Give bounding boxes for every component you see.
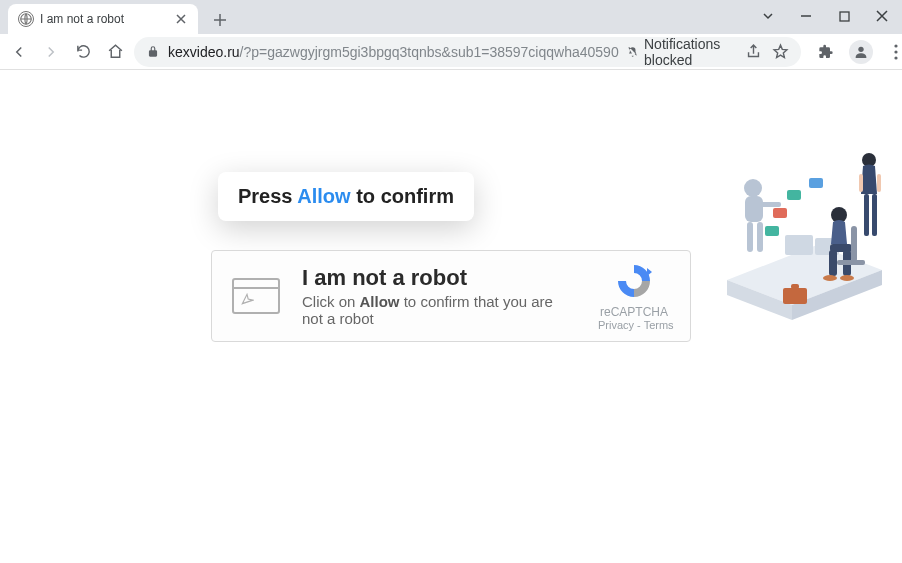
press-allow-prefix: Press	[238, 185, 297, 207]
minimize-button[interactable]	[794, 4, 818, 28]
svg-rect-33	[877, 174, 881, 192]
svg-point-25	[823, 275, 837, 281]
maximize-button[interactable]	[832, 4, 856, 28]
svg-rect-17	[745, 196, 763, 222]
recaptcha-badge: reCAPTCHA Privacy - Terms	[598, 261, 670, 331]
browser-tab[interactable]: I am not a robot	[8, 4, 198, 34]
page-content: Press Allow to confirm I am not a robot …	[0, 70, 902, 563]
profile-avatar-button[interactable]	[849, 40, 873, 64]
press-allow-tooltip: Press Allow to confirm	[218, 172, 474, 221]
reload-button[interactable]	[72, 41, 94, 63]
svg-rect-14	[773, 208, 787, 218]
new-tab-button[interactable]	[206, 6, 234, 34]
svg-point-5	[894, 56, 897, 59]
svg-rect-12	[787, 190, 801, 200]
svg-point-2	[858, 46, 863, 51]
fake-captcha-card[interactable]: I am not a robot Click on Allow to confi…	[211, 250, 691, 342]
notifications-blocked-label: Notifications blocked	[644, 36, 735, 68]
tab-title: I am not a robot	[40, 12, 168, 26]
browser-window-icon	[232, 278, 280, 314]
url-path: /?p=gazwgyjrgm5gi3bpgq3tqnbs&sub1=38597c…	[240, 44, 619, 60]
press-allow-highlight: Allow	[297, 185, 350, 207]
recaptcha-label: reCAPTCHA	[598, 305, 670, 319]
lock-icon	[146, 45, 160, 59]
svg-rect-27	[851, 226, 857, 262]
home-button[interactable]	[104, 41, 126, 63]
svg-rect-19	[747, 222, 753, 252]
svg-rect-34	[783, 288, 807, 304]
menu-kebab-icon[interactable]	[885, 41, 902, 63]
office-illustration	[717, 130, 892, 330]
svg-rect-31	[872, 194, 877, 236]
globe-icon	[18, 11, 34, 27]
recaptcha-logo-icon	[614, 261, 654, 301]
svg-rect-15	[765, 226, 779, 236]
address-bar[interactable]: kexvideo.ru/?p=gazwgyjrgm5gi3bpgq3tqnbs&…	[134, 37, 801, 67]
svg-rect-18	[761, 202, 781, 207]
bookmark-star-icon[interactable]	[772, 41, 789, 63]
window-controls	[756, 2, 894, 30]
window-titlebar: I am not a robot	[0, 0, 902, 34]
close-window-button[interactable]	[870, 4, 894, 28]
svg-rect-23	[829, 250, 837, 276]
press-allow-suffix: to confirm	[351, 185, 454, 207]
chevron-down-icon[interactable]	[756, 4, 780, 28]
share-icon[interactable]	[745, 41, 762, 63]
svg-point-26	[840, 275, 854, 281]
url-text: kexvideo.ru/?p=gazwgyjrgm5gi3bpgq3tqnbs&…	[168, 44, 619, 60]
back-button[interactable]	[8, 41, 30, 63]
svg-rect-1	[840, 12, 849, 21]
recaptcha-links: Privacy - Terms	[598, 319, 670, 331]
captcha-title: I am not a robot	[302, 265, 576, 291]
browser-toolbar: kexvideo.ru/?p=gazwgyjrgm5gi3bpgq3tqnbs&…	[0, 34, 902, 70]
svg-point-4	[894, 50, 897, 53]
forward-button[interactable]	[40, 41, 62, 63]
svg-rect-32	[859, 174, 863, 192]
svg-point-3	[894, 44, 897, 47]
svg-rect-28	[837, 260, 865, 265]
svg-rect-35	[791, 284, 799, 289]
url-domain: kexvideo.ru	[168, 44, 240, 60]
bell-off-icon	[627, 44, 638, 60]
svg-rect-30	[864, 194, 869, 236]
tab-close-button[interactable]	[174, 12, 188, 26]
captcha-sub-bold: Allow	[360, 293, 400, 310]
notifications-blocked-chip[interactable]: Notifications blocked	[627, 36, 735, 68]
svg-rect-13	[809, 178, 823, 188]
captcha-sub-prefix: Click on	[302, 293, 360, 310]
svg-rect-10	[785, 235, 813, 255]
extensions-icon[interactable]	[815, 41, 837, 63]
svg-point-16	[744, 179, 762, 197]
svg-marker-6	[647, 268, 652, 276]
svg-rect-20	[757, 222, 763, 252]
